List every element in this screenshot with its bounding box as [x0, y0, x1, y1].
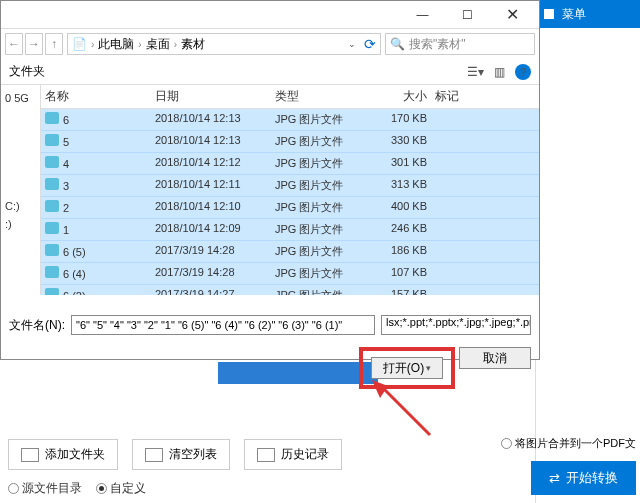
sidebar-item[interactable]: :)	[3, 215, 38, 233]
breadcrumb-bar: ← → ↑ 📄 › 此电脑 › 桌面 › 素材 ⌄ ⟳ 🔍 搜索"素材"	[1, 29, 539, 59]
open-highlight: 打开(O)▾	[359, 347, 455, 389]
merge-to-pdf-radio[interactable]: 将图片合并到一个PDF文	[501, 436, 636, 451]
nav-up-button[interactable]: ↑	[45, 33, 63, 55]
add-folder-button[interactable]: 添加文件夹	[8, 439, 118, 470]
col-type[interactable]: 类型	[271, 85, 361, 108]
dialog-titlebar: — ☐ ✕	[1, 1, 539, 29]
menu-label: 菜单	[562, 6, 586, 23]
start-convert-button[interactable]: ⇄ 开始转换	[531, 461, 636, 495]
clear-list-button[interactable]: 清空列表	[132, 439, 230, 470]
convert-icon: ⇄	[549, 471, 560, 486]
nav-forward-button[interactable]: →	[25, 33, 43, 55]
clock-icon	[257, 448, 275, 462]
file-row[interactable]: 6 (5)2017/3/19 14:28JPG 图片文件186 KB	[41, 241, 539, 263]
jpg-icon	[45, 288, 59, 295]
folder-plus-icon	[21, 448, 39, 462]
file-row[interactable]: 6 (4)2017/3/19 14:28JPG 图片文件107 KB	[41, 263, 539, 285]
sidebar-tree[interactable]: 0 5G C:) :)	[1, 85, 41, 295]
filetype-select[interactable]: lsx;*.ppt;*.pptx;*.jpg;*.jpeg;*.png;*.bm…	[381, 315, 531, 335]
file-row[interactable]: 22018/10/14 12:10JPG 图片文件400 KB	[41, 197, 539, 219]
breadcrumb-seg[interactable]: 此电脑	[98, 36, 134, 53]
dialog-toolbar: 文件夹 ☰▾ ▥ ?	[1, 59, 539, 85]
minimize-button[interactable]: —	[400, 4, 445, 26]
refresh-icon[interactable]: ⟳	[364, 36, 376, 52]
jpg-icon	[45, 266, 59, 278]
open-button[interactable]: 打开(O)▾	[371, 357, 443, 379]
file-list: 名称 日期 类型 大小 标记 62018/10/14 12:13JPG 图片文件…	[41, 85, 539, 295]
jpg-icon	[45, 178, 59, 190]
col-size[interactable]: 大小	[361, 85, 431, 108]
file-row[interactable]: 32018/10/14 12:11JPG 图片文件313 KB	[41, 175, 539, 197]
file-row[interactable]: 6 (2)2017/3/19 14:27JPG 图片文件157 KB	[41, 285, 539, 295]
custom-dir-radio[interactable]: 自定义	[96, 480, 146, 497]
file-open-dialog: — ☐ ✕ ← → ↑ 📄 › 此电脑 › 桌面 › 素材 ⌄ ⟳ 🔍 搜索"素…	[0, 0, 540, 360]
close-button[interactable]: ✕	[490, 4, 535, 26]
file-row[interactable]: 52018/10/14 12:13JPG 图片文件330 KB	[41, 131, 539, 153]
view-details-icon[interactable]: ▥	[494, 65, 505, 79]
source-dir-radio[interactable]: 源文件目录	[8, 480, 82, 497]
jpg-icon	[45, 222, 59, 234]
sidebar-item[interactable]: C:)	[3, 197, 38, 215]
maximize-button[interactable]: ☐	[445, 4, 490, 26]
search-icon: 🔍	[390, 37, 405, 51]
jpg-icon	[45, 244, 59, 256]
filename-label: 文件名(N):	[9, 317, 65, 334]
menu-icon	[542, 7, 556, 21]
jpg-icon	[45, 200, 59, 212]
jpg-icon	[45, 134, 59, 146]
col-tag[interactable]: 标记	[431, 85, 491, 108]
cancel-button[interactable]: 取消	[459, 347, 531, 369]
col-date[interactable]: 日期	[151, 85, 271, 108]
breadcrumb-seg[interactable]: 素材	[181, 36, 205, 53]
path-field[interactable]: 📄 › 此电脑 › 桌面 › 素材 ⌄ ⟳	[67, 33, 381, 55]
sidebar-item[interactable]: 0 5G	[3, 89, 38, 107]
jpg-icon	[45, 156, 59, 168]
new-folder-label[interactable]: 文件夹	[9, 63, 45, 80]
trash-icon	[145, 448, 163, 462]
view-list-icon[interactable]: ☰▾	[467, 65, 484, 79]
col-name[interactable]: 名称	[41, 85, 151, 108]
breadcrumb-seg[interactable]: 桌面	[146, 36, 170, 53]
app-menu-header[interactable]: 菜单	[536, 0, 640, 28]
help-icon[interactable]: ?	[515, 64, 531, 80]
file-row[interactable]: 62018/10/14 12:13JPG 图片文件170 KB	[41, 109, 539, 131]
search-input[interactable]: 🔍 搜索"素材"	[385, 33, 535, 55]
file-list-header[interactable]: 名称 日期 类型 大小 标记	[41, 85, 539, 109]
file-row[interactable]: 42018/10/14 12:12JPG 图片文件301 KB	[41, 153, 539, 175]
nav-back-button[interactable]: ←	[5, 33, 23, 55]
file-row[interactable]: 12018/10/14 12:09JPG 图片文件246 KB	[41, 219, 539, 241]
filename-input[interactable]	[71, 315, 375, 335]
jpg-icon	[45, 112, 59, 124]
history-button[interactable]: 历史记录	[244, 439, 342, 470]
